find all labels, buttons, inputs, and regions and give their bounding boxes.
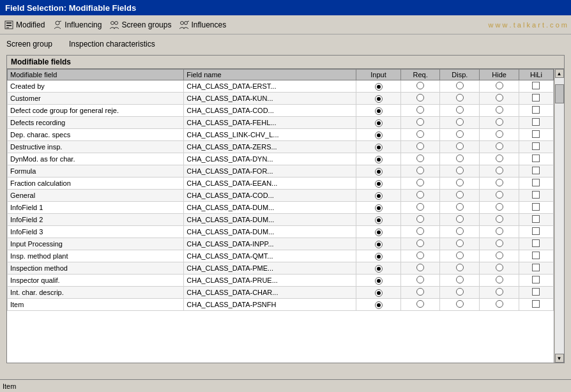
checkbox-hili[interactable] — [532, 155, 540, 162]
cell-hide[interactable] — [480, 80, 519, 93]
radio-disp[interactable] — [456, 82, 464, 89]
checkbox-hili[interactable] — [532, 167, 540, 174]
cell-hili[interactable] — [519, 214, 553, 226]
cell-input[interactable] — [356, 226, 400, 238]
cell-input[interactable] — [356, 93, 400, 105]
radio-req[interactable] — [416, 179, 424, 186]
cell-req[interactable] — [400, 153, 440, 165]
radio-hide[interactable] — [496, 142, 503, 150]
cell-hili[interactable] — [519, 129, 553, 141]
cell-hide[interactable] — [480, 250, 519, 262]
radio-disp[interactable] — [456, 191, 464, 199]
radio-req[interactable] — [416, 215, 424, 223]
checkbox-hili[interactable] — [532, 264, 540, 271]
cell-req[interactable] — [400, 275, 440, 287]
cell-req[interactable] — [400, 177, 440, 190]
cell-hide[interactable] — [480, 190, 519, 202]
radio-hide[interactable] — [496, 191, 503, 199]
radio-disp[interactable] — [456, 276, 464, 283]
cell-hide[interactable] — [480, 93, 519, 105]
radio-req[interactable] — [416, 288, 424, 296]
radio-disp[interactable] — [456, 106, 464, 114]
checkbox-hili[interactable] — [532, 252, 540, 259]
radio-hide[interactable] — [496, 130, 503, 138]
radio-disp[interactable] — [456, 179, 464, 186]
cell-hili[interactable] — [519, 250, 553, 262]
checkbox-hili[interactable] — [532, 82, 540, 89]
cell-req[interactable] — [400, 80, 440, 93]
cell-disp[interactable] — [440, 80, 480, 93]
radio-input[interactable] — [375, 168, 383, 176]
radio-req[interactable] — [416, 82, 424, 89]
checkbox-hili[interactable] — [532, 94, 540, 102]
cell-hide[interactable] — [480, 129, 519, 141]
cell-input[interactable] — [356, 262, 400, 275]
checkbox-hili[interactable] — [532, 179, 540, 186]
cell-disp[interactable] — [440, 129, 480, 141]
cell-input[interactable] — [356, 80, 400, 93]
radio-disp[interactable] — [456, 252, 464, 259]
cell-hide[interactable] — [480, 202, 519, 214]
radio-req[interactable] — [416, 155, 424, 162]
radio-input[interactable] — [375, 132, 383, 139]
checkbox-hili[interactable] — [532, 300, 540, 308]
cell-hide[interactable] — [480, 153, 519, 165]
checkbox-hili[interactable] — [532, 118, 540, 126]
radio-input[interactable] — [375, 301, 383, 309]
cell-disp[interactable] — [440, 250, 480, 262]
cell-input[interactable] — [356, 165, 400, 177]
cell-req[interactable] — [400, 287, 440, 299]
cell-req[interactable] — [400, 262, 440, 275]
cell-input[interactable] — [356, 202, 400, 214]
radio-req[interactable] — [416, 130, 424, 138]
radio-input[interactable] — [375, 95, 383, 103]
radio-hide[interactable] — [496, 264, 503, 271]
radio-input[interactable] — [375, 192, 383, 200]
radio-disp[interactable] — [456, 155, 464, 162]
cell-hili[interactable] — [519, 299, 553, 311]
cell-input[interactable] — [356, 275, 400, 287]
cell-hili[interactable] — [519, 238, 553, 250]
radio-input[interactable] — [375, 241, 383, 248]
radio-input[interactable] — [375, 277, 383, 285]
cell-req[interactable] — [400, 93, 440, 105]
radio-req[interactable] — [416, 276, 424, 283]
checkbox-hili[interactable] — [532, 130, 540, 138]
cell-hide[interactable] — [480, 141, 519, 153]
radio-req[interactable] — [416, 118, 424, 126]
radio-hide[interactable] — [496, 288, 503, 296]
radio-input[interactable] — [375, 265, 383, 273]
cell-input[interactable] — [356, 105, 400, 117]
cell-hide[interactable] — [480, 275, 519, 287]
radio-hide[interactable] — [496, 167, 503, 174]
radio-req[interactable] — [416, 264, 424, 271]
radio-input[interactable] — [375, 216, 383, 224]
cell-disp[interactable] — [440, 117, 480, 129]
cell-hide[interactable] — [480, 299, 519, 311]
cell-disp[interactable] — [440, 153, 480, 165]
cell-hide[interactable] — [480, 262, 519, 275]
checkbox-hili[interactable] — [532, 227, 540, 235]
cell-disp[interactable] — [440, 262, 480, 275]
radio-disp[interactable] — [456, 130, 464, 138]
cell-disp[interactable] — [440, 275, 480, 287]
radio-disp[interactable] — [456, 203, 464, 211]
cell-disp[interactable] — [440, 299, 480, 311]
radio-req[interactable] — [416, 94, 424, 102]
checkbox-hili[interactable] — [532, 142, 540, 150]
checkbox-hili[interactable] — [532, 203, 540, 211]
checkbox-hili[interactable] — [532, 288, 540, 296]
cell-req[interactable] — [400, 190, 440, 202]
radio-input[interactable] — [375, 119, 383, 127]
vertical-scrollbar[interactable]: ▲ ▼ — [554, 69, 564, 363]
radio-req[interactable] — [416, 300, 424, 308]
radio-disp[interactable] — [456, 264, 464, 271]
scroll-thumb[interactable] — [555, 84, 564, 103]
cell-input[interactable] — [356, 129, 400, 141]
cell-input[interactable] — [356, 250, 400, 262]
radio-input[interactable] — [375, 229, 383, 236]
scroll-up-button[interactable]: ▲ — [555, 69, 564, 78]
checkbox-hili[interactable] — [532, 106, 540, 114]
radio-disp[interactable] — [456, 167, 464, 174]
cell-disp[interactable] — [440, 93, 480, 105]
